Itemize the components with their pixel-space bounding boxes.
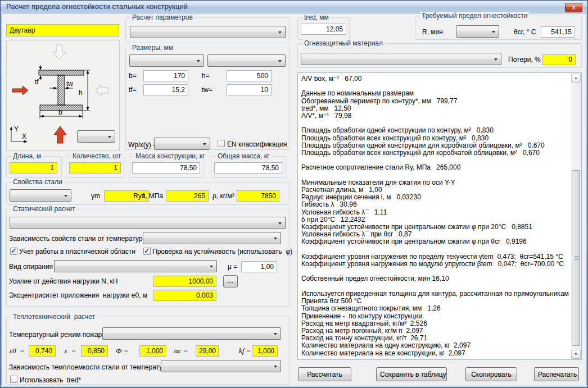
- tw-label: tw: [66, 80, 73, 88]
- plastic-checkbox-label: Учет работы в пластической области: [19, 248, 135, 255]
- length-title: Длина, м: [11, 152, 43, 160]
- tw-field-label: tw=: [202, 86, 212, 94]
- chevron-down-icon: [274, 366, 277, 368]
- b-field[interactable]: 170: [143, 70, 188, 81]
- count-field[interactable]: 1: [69, 162, 121, 174]
- wplx-select[interactable]: cx(y) * Wx(y): [154, 138, 210, 150]
- tf-field[interactable]: 15,2: [143, 84, 188, 95]
- tw-field[interactable]: 10: [227, 84, 272, 95]
- chevron-down-icon: [278, 31, 282, 34]
- chevron-down-icon: [274, 333, 277, 335]
- support-label: Вид опирания: [9, 263, 53, 271]
- close-icon[interactable]: x: [565, 3, 582, 12]
- scheme-select[interactable]: Внецентро сжатый стержень.: [10, 217, 286, 229]
- thermal-title: Теплотехнический расчет: [11, 313, 97, 321]
- eps0-label: ε0 =: [10, 346, 25, 355]
- force-label: Усилие от действия нагрузки N, кН: [9, 277, 118, 285]
- loss-label: Потери, %: [508, 56, 541, 63]
- scrollbar-grip-icon: [574, 256, 579, 261]
- tf-field-label: tf=: [129, 86, 137, 94]
- phi-field[interactable]: 1,000: [139, 345, 166, 357]
- force-field[interactable]: 1000,00: [153, 276, 216, 287]
- y-axis-label: Y: [14, 125, 19, 133]
- mu-label: μ =: [228, 263, 237, 271]
- tred-field: 12,05: [301, 24, 346, 35]
- scroll-up-icon[interactable]: ▲: [571, 74, 581, 83]
- gost-select[interactable]: ГОСТ 8239-89: [129, 54, 204, 67]
- material-title: Огнезащитный материал: [302, 39, 385, 47]
- mass-field: 78,50: [132, 162, 200, 174]
- en-class-checkbox[interactable]: [218, 140, 225, 147]
- eccentricity-field[interactable]: 0,003: [153, 290, 216, 301]
- h-field-label: h=: [202, 72, 210, 80]
- length-field[interactable]: 1: [10, 162, 57, 174]
- fire-regime-select[interactable]: Стандартный температурный режим: [102, 327, 281, 340]
- axis-select[interactable]: отн. X-X: [77, 130, 115, 143]
- use-tred-checkbox[interactable]: [10, 376, 17, 383]
- chevron-down-icon: [197, 60, 200, 62]
- results-output[interactable]: A/V box, м⁻¹ 67,00 Данные по номинальным…: [297, 72, 582, 360]
- scrollbar-thumb[interactable]: [572, 170, 580, 346]
- scroll-down-icon[interactable]: ▼: [571, 350, 581, 359]
- chevron-down-icon: [274, 238, 277, 240]
- app-window: Расчет предела огнестойкости стальных ко…: [0, 0, 588, 388]
- use-tred-label: Использовать tred*: [20, 376, 81, 384]
- theta-cr-field: 541,15: [541, 26, 575, 38]
- steel-type-select[interactable]: Другая: [10, 189, 71, 202]
- alpha-field[interactable]: 29,00: [196, 345, 219, 357]
- kf-field[interactable]: 1,000: [252, 345, 278, 357]
- total-mass-field: 78,50: [214, 162, 282, 174]
- print-button[interactable]: Распечатать: [534, 367, 579, 381]
- chevron-down-icon: [278, 60, 282, 62]
- force-more-button[interactable]: ...: [223, 275, 238, 287]
- rho-label: ρ, кг/м³: [212, 192, 234, 200]
- eps0-field[interactable]: 0,740: [29, 345, 56, 357]
- b-field-label: b=: [129, 72, 137, 80]
- rho-field[interactable]: 7850: [237, 190, 279, 202]
- r-min-select[interactable]: 90: [456, 25, 499, 38]
- temp-dep-select[interactable]: σ 0.2% и Е по данным СССР: [143, 232, 281, 244]
- calc-params-title: Расчет параметров: [130, 13, 195, 21]
- required-limit-title: Требуемый предел огнестойкости: [420, 12, 529, 20]
- ryp-field[interactable]: 265: [166, 190, 209, 202]
- eps-field[interactable]: 0,850: [81, 345, 108, 357]
- load-arrow-down-icon: [53, 45, 66, 60]
- plastic-checkbox[interactable]: [10, 248, 17, 255]
- gamma-label: γm: [91, 192, 100, 200]
- alpha-label: αc =: [174, 346, 188, 355]
- chevron-down-icon: [108, 136, 111, 138]
- mass-title: Масса конструкции, кг: [134, 152, 206, 160]
- section-type-field[interactable]: Двутавр: [6, 24, 119, 36]
- h-field[interactable]: 500: [227, 70, 272, 81]
- theta-cr-label: θcr, ° C: [514, 28, 536, 36]
- results-scrollbar[interactable]: ▲ ▼: [571, 74, 581, 359]
- ryp-label: Ryп, МПа: [133, 192, 163, 200]
- results-text: A/V box, м⁻¹ 67,00 Данные по номинальным…: [301, 75, 569, 358]
- copy-button[interactable]: Скопировать: [465, 367, 517, 381]
- total-mass-title: Общая масса, кг: [216, 152, 271, 160]
- web: [58, 75, 65, 105]
- eccentricity-label: Эксцентриситет приложения нагрузки e0, м: [9, 291, 147, 299]
- window-frame-right: [586, 13, 587, 387]
- wplx-label: Wplx(y) =: [128, 141, 157, 149]
- calculate-button[interactable]: Рассчитать: [298, 367, 351, 381]
- loss-field[interactable]: 0: [542, 54, 576, 65]
- window-frame-left: [1, 13, 2, 387]
- mu-field[interactable]: 1,00: [241, 261, 277, 272]
- en-class-label: EN классификация: [227, 140, 287, 148]
- stability-checkbox[interactable]: [143, 248, 151, 255]
- support-select[interactable]: Шарнирное опирание по концам: [54, 260, 217, 272]
- chevron-down-icon: [492, 31, 495, 33]
- material-select[interactable]: Огнезащитная вспучивающаяся краска 350_7…: [301, 53, 501, 65]
- save-to-table-button[interactable]: Сохранить в таблицу: [376, 367, 447, 381]
- profile-size-select[interactable]: 50: [207, 54, 286, 67]
- steel-title: Свойства стали: [11, 178, 64, 186]
- phi-label: Ф =: [116, 346, 128, 355]
- r-min-label: R, мин: [422, 28, 443, 36]
- tf-label: tf: [35, 78, 39, 86]
- window-title: Расчет предела огнестойкости стальных ко…: [6, 2, 188, 11]
- load-arrow-right-icon: [12, 86, 28, 95]
- heat-dep-select[interactable]: Данные СССР: [161, 360, 281, 372]
- kf-label: kf =: [239, 346, 251, 355]
- calc-params-select[interactable]: По количеству, длине и размерам: [130, 26, 286, 38]
